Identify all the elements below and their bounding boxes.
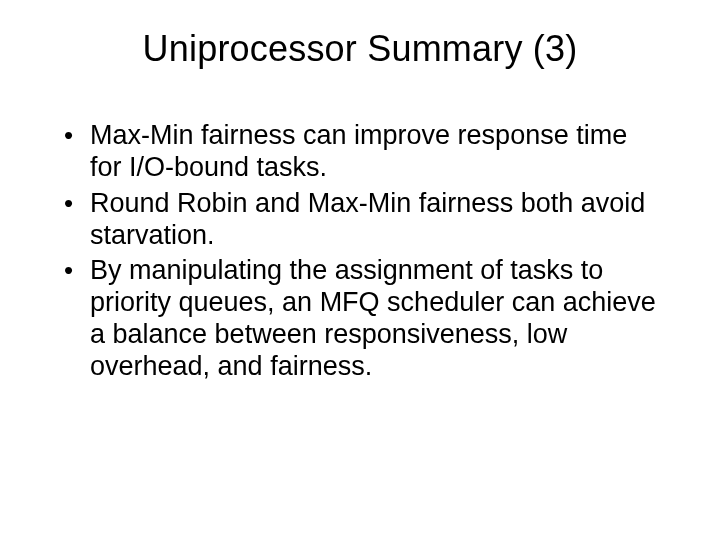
bullet-list: Max-Min fairness can improve response ti… [60, 120, 660, 383]
bullet-item: Round Robin and Max-Min fairness both av… [60, 188, 660, 252]
slide-title: Uniprocessor Summary (3) [60, 28, 660, 70]
bullet-item: Max-Min fairness can improve response ti… [60, 120, 660, 184]
bullet-item: By manipulating the assignment of tasks … [60, 255, 660, 382]
slide-body: Max-Min fairness can improve response ti… [60, 120, 660, 383]
slide: Uniprocessor Summary (3) Max-Min fairnes… [0, 0, 720, 540]
